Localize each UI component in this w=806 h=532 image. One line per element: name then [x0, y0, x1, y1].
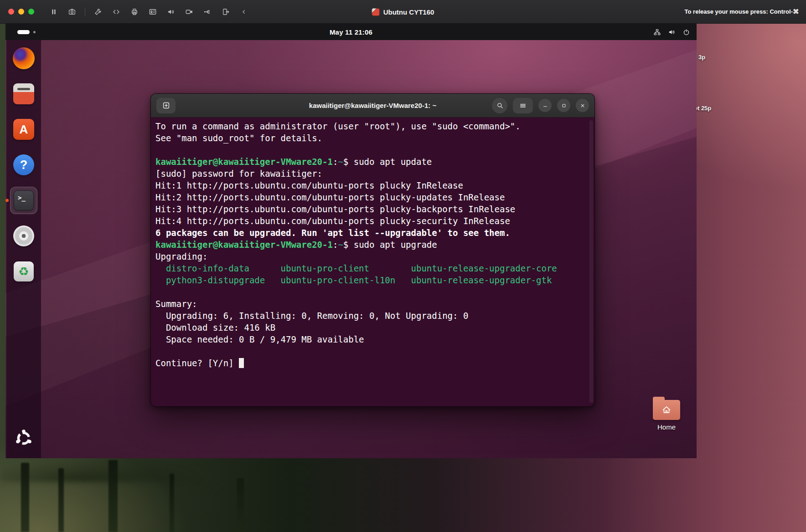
network-icon [653, 28, 661, 36]
terminal-window: kawaiitiger@kawaiitiger-VMware20-1: ~ [150, 93, 595, 407]
window-controls [8, 9, 34, 15]
wrench-icon [94, 8, 102, 16]
desktop-label-fragment: 3p [698, 54, 705, 61]
toolbar-divider [85, 8, 85, 16]
wallpaper-tree [170, 474, 174, 532]
camera-button[interactable] [181, 5, 197, 19]
workspace-dot[interactable] [33, 31, 36, 33]
terminal-scrollbar[interactable] [589, 120, 593, 403]
firefox-icon [13, 47, 35, 69]
search-button[interactable] [492, 98, 507, 113]
workspace-pill[interactable] [17, 30, 30, 34]
usb-button[interactable] [200, 5, 215, 19]
files-icon [13, 83, 34, 104]
terminal-line [155, 144, 590, 156]
chevron-left-icon [240, 8, 248, 15]
share-button[interactable] [218, 5, 233, 19]
suspend-button[interactable] [46, 5, 62, 19]
trash-recycle-icon: ♻ [14, 261, 34, 281]
video-camera-icon [185, 8, 193, 16]
new-tab-button[interactable] [156, 98, 176, 113]
speaker-icon [167, 8, 175, 16]
close-button[interactable] [576, 99, 589, 112]
ubuntu-dock: A ? >_ ♻ [6, 40, 41, 458]
terminal-header-controls [492, 98, 589, 113]
printer-button[interactable] [127, 5, 142, 19]
usb-icon [203, 8, 212, 16]
dock-item-firefox[interactable] [10, 45, 37, 72]
ubuntu-desktop: May 11 21:06 A ? >_ ♻ [5, 24, 697, 458]
dock-item-ubuntu-logo[interactable] [10, 425, 37, 452]
dock-item-cd-drive[interactable] [10, 222, 37, 250]
home-folder-icon [653, 400, 680, 420]
dock-item-help[interactable]: ? [10, 151, 37, 179]
code-button[interactable] [108, 5, 124, 19]
printer-icon [130, 8, 139, 16]
terminal-body[interactable]: To run a command as administrator (user … [151, 118, 594, 372]
house-icon [661, 404, 672, 415]
overflow-chevron-button[interactable] [236, 5, 252, 19]
dock-item-ubuntu-software[interactable]: A [10, 116, 37, 143]
camera-snapshot-icon [68, 8, 76, 16]
sound-button[interactable] [163, 5, 179, 19]
wallpaper-tree [58, 468, 64, 532]
system-status-area[interactable] [653, 24, 690, 40]
terminal-line [155, 345, 590, 357]
vm-icon [372, 8, 380, 16]
settings-wrench-button[interactable] [90, 5, 106, 19]
wallpaper-tree [108, 460, 118, 532]
workspace-indicator[interactable] [17, 24, 36, 40]
terminal-headerbar[interactable]: kawaiitiger@kawaiitiger-VMware20-1: ~ [151, 94, 594, 118]
wallpaper-tree [237, 478, 244, 532]
terminal-line: Hit:4 http://ports.ubuntu.com/ubuntu-por… [155, 215, 590, 227]
contacts-button[interactable] [145, 5, 160, 19]
maximize-button[interactable] [557, 99, 570, 112]
close-window-button[interactable] [8, 9, 14, 15]
terminal-line: distro-info-data ubuntu-pro-client ubunt… [155, 262, 590, 274]
terminal-line: Download size: 416 kB [155, 322, 590, 333]
ubuntu-logo-icon [15, 429, 33, 447]
help-icon: ? [13, 154, 34, 175]
terminal-line: Summary: [155, 298, 590, 310]
terminal-line: Upgrading: 6, Installing: 0, Removing: 0… [155, 310, 590, 322]
close-icon [579, 102, 586, 109]
minimize-icon [542, 102, 548, 109]
vmware-toolbar [46, 5, 252, 19]
terminal-line: kawaiitiger@kawaiitiger-VMware20-1:~$ su… [155, 239, 590, 251]
dock-item-terminal[interactable]: >_ [10, 187, 37, 214]
terminal-line: See "man sudo_root" for details. [155, 132, 590, 144]
hamburger-icon [519, 102, 527, 110]
menu-button[interactable] [513, 98, 533, 113]
dock-item-trash[interactable]: ♻ [10, 258, 37, 285]
terminal-line: Space needed: 0 B / 9,479 MB available [155, 333, 590, 345]
fullscreen-window-button[interactable] [28, 9, 34, 15]
desktop-icon-home[interactable]: Home [647, 396, 686, 431]
terminal-line: python3-distupgrade ubuntu-pro-client-l1… [155, 274, 590, 286]
terminal-line: [sudo] password for kawaiitiger: [155, 168, 590, 179]
terminal-line: Upgrading: [155, 251, 590, 262]
terminal-title: kawaiitiger@kawaiitiger-VMware20-1: ~ [309, 102, 436, 109]
dock-item-files[interactable] [10, 80, 37, 107]
power-icon [682, 28, 690, 36]
wallpaper-tree [21, 463, 29, 532]
vmware-titlebar: Ubutnu CYT160 To release your mouse pres… [0, 0, 806, 24]
ubuntu-software-icon: A [13, 119, 34, 140]
terminal-line: 6 packages can be upgraded. Run 'apt lis… [155, 227, 590, 239]
terminal-line: Hit:2 http://ports.ubuntu.com/ubuntu-por… [155, 191, 590, 203]
new-tab-icon [162, 101, 170, 110]
id-card-icon [149, 8, 157, 16]
terminal-line [155, 286, 590, 298]
clock[interactable]: May 11 21:06 [330, 24, 372, 40]
release-hint: To release your mouse press: Control-⌘ [685, 8, 799, 15]
snapshots-button[interactable] [64, 5, 80, 19]
cd-disc-icon [13, 225, 34, 246]
terminal-line: Hit:3 http://ports.ubuntu.com/ubuntu-por… [155, 203, 590, 215]
minimize-button[interactable] [538, 99, 552, 112]
terminal-icon: >_ [14, 190, 34, 210]
terminal-line: kawaiitiger@kawaiitiger-VMware20-1:~$ su… [155, 156, 590, 168]
terminal-line: Continue? [Y/n] [155, 357, 590, 369]
page-arrow-icon [222, 8, 230, 16]
macos-screen: 3p ot 25p [0, 0, 806, 532]
search-icon [496, 102, 504, 109]
minimize-window-button[interactable] [18, 9, 24, 15]
